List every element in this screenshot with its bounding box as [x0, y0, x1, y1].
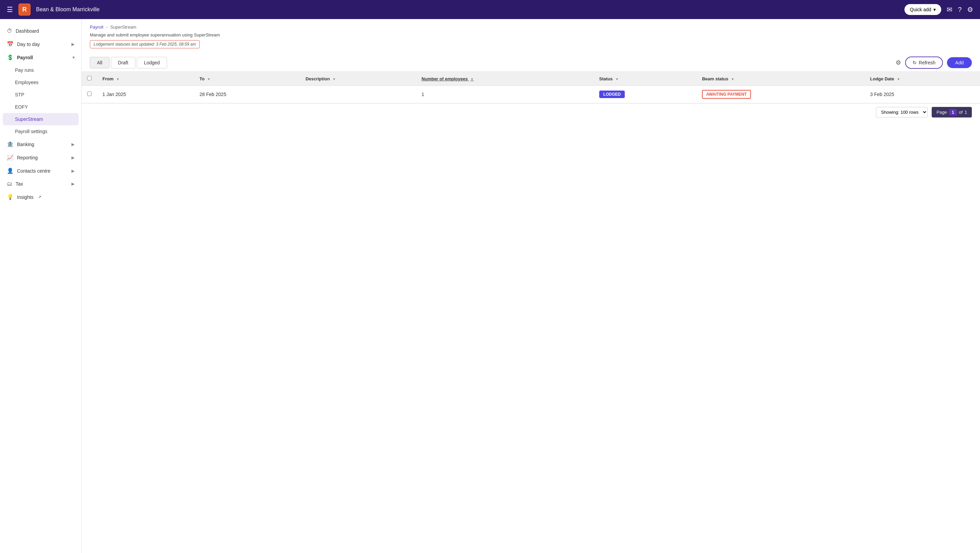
sort-arrow-status: ▼	[615, 77, 619, 81]
sidebar-item-payroll[interactable]: 💲 Payroll ▾	[0, 51, 81, 64]
tab-group: All Draft Lodged	[90, 57, 167, 69]
sidebar-item-dashboard[interactable]: ⏱ Dashboard	[0, 24, 81, 37]
help-icon[interactable]: ?	[958, 6, 962, 14]
sidebar-item-stp[interactable]: STP	[0, 89, 81, 101]
menu-icon[interactable]: ☰	[7, 5, 13, 14]
refresh-icon: ↻	[913, 60, 917, 65]
tax-icon: 🗂	[7, 181, 12, 187]
tab-all[interactable]: All	[90, 57, 110, 69]
external-link-icon: ↗	[38, 195, 41, 199]
refresh-button[interactable]: ↻ Refresh	[905, 57, 943, 69]
calendar-icon: 📅	[7, 41, 14, 47]
table-footer: Showing: 100 rows Page 1 of 1	[82, 103, 980, 121]
chevron-right-icon: ▶	[72, 42, 75, 47]
sidebar-item-contacts-centre[interactable]: 👤 Contacts centre ▶	[0, 164, 81, 177]
select-all-checkbox[interactable]	[87, 76, 92, 80]
breadcrumb-separator: ›	[106, 24, 108, 30]
current-page: 1	[949, 109, 957, 115]
table-row[interactable]: 1 Jan 2025 28 Feb 2025 1 LODGED AWAITING…	[82, 86, 980, 103]
tabs-row: All Draft Lodged ⚙ ↻ Refresh Add	[82, 54, 980, 72]
page-header: Manage and submit employee superannuatio…	[82, 32, 980, 54]
insights-icon: 💡	[7, 194, 14, 200]
sidebar-item-insights[interactable]: 💡 Insights ↗	[0, 190, 81, 204]
sort-arrow-beam: ▼	[731, 77, 734, 81]
sidebar-item-reporting[interactable]: 📈 Reporting ▶	[0, 151, 81, 164]
col-status[interactable]: Status ▼	[594, 72, 697, 86]
column-settings-icon[interactable]: ⚙	[896, 59, 901, 66]
dashboard-icon: ⏱	[7, 28, 12, 34]
chevron-right-icon: ▶	[72, 142, 75, 147]
sidebar-item-banking[interactable]: 🏦 Banking ▶	[0, 137, 81, 151]
breadcrumb-current: SuperStream	[110, 24, 137, 30]
app-logo: R	[18, 3, 30, 16]
tab-lodged[interactable]: Lodged	[137, 57, 167, 69]
chevron-right-icon: ▶	[72, 169, 75, 173]
cell-from: 1 Jan 2025	[97, 86, 194, 103]
add-button[interactable]: Add	[947, 57, 972, 68]
sort-arrow-from: ▼	[116, 77, 119, 81]
col-to[interactable]: To ▼	[194, 72, 300, 86]
select-all-header	[82, 72, 97, 86]
sort-arrow-employees: ▼	[470, 77, 474, 81]
cell-num-employees: 1	[416, 86, 594, 103]
col-from[interactable]: From ▼	[97, 72, 194, 86]
total-pages: 1	[965, 110, 967, 115]
page-description: Manage and submit employee superannuatio…	[90, 32, 972, 37]
sidebar-item-superstream[interactable]: SuperStream	[3, 113, 79, 125]
sort-arrow-to: ▼	[207, 77, 211, 81]
cell-status: LODGED	[594, 86, 697, 103]
settings-icon[interactable]: ⚙	[967, 5, 973, 14]
sort-arrow-lodge-date: ▼	[897, 77, 900, 81]
col-beam-status[interactable]: Beam status ▼	[697, 72, 865, 86]
chevron-right-icon: ▶	[72, 155, 75, 160]
sidebar-item-payroll-settings[interactable]: Payroll settings	[0, 125, 81, 137]
mail-icon[interactable]: ✉	[947, 5, 953, 14]
chevron-right-icon: ▶	[72, 182, 75, 186]
sidebar: ⏱ Dashboard 📅 Day to day ▶ 💲 Payroll ▾ P…	[0, 19, 82, 553]
col-description[interactable]: Description ▼	[300, 72, 416, 86]
tabs-actions: ⚙ ↻ Refresh Add	[896, 57, 972, 69]
banking-icon: 🏦	[7, 141, 14, 147]
chevron-down-icon: ▾	[73, 55, 75, 60]
main-content: Payroll › SuperStream Manage and submit …	[82, 19, 980, 553]
cell-lodge-date: 3 Feb 2025	[865, 86, 980, 103]
dollar-icon: 💲	[7, 54, 14, 61]
breadcrumb-payroll[interactable]: Payroll	[90, 24, 103, 30]
top-navigation: ☰ R Bean & Bloom Marrickville Quick add …	[0, 0, 980, 19]
col-lodge-date[interactable]: Lodge Date ▼	[865, 72, 980, 86]
cell-to: 28 Feb 2025	[194, 86, 300, 103]
sidebar-item-pay-runs[interactable]: Pay runs	[0, 64, 81, 76]
contacts-icon: 👤	[7, 167, 14, 174]
cell-beam-status: AWAITING PAYMENT	[697, 86, 865, 103]
breadcrumb: Payroll › SuperStream	[82, 19, 980, 32]
sidebar-item-tax[interactable]: 🗂 Tax ▶	[0, 177, 81, 190]
sidebar-item-eofy[interactable]: EOFY	[0, 101, 81, 113]
row-checkbox-cell	[82, 86, 97, 103]
quick-add-button[interactable]: Quick add ▾	[904, 4, 941, 15]
sidebar-item-employees[interactable]: Employees	[0, 76, 81, 89]
tab-draft[interactable]: Draft	[111, 57, 135, 69]
rows-per-page-select[interactable]: Showing: 100 rows	[876, 107, 928, 118]
sort-arrow-description: ▼	[332, 77, 336, 81]
reporting-icon: 📈	[7, 154, 14, 161]
cell-description	[300, 86, 416, 103]
of-label: of	[959, 110, 963, 115]
row-checkbox[interactable]	[87, 92, 92, 96]
sidebar-item-day-to-day[interactable]: 📅 Day to day ▶	[0, 37, 81, 51]
status-badge-lodged: LODGED	[599, 91, 625, 98]
table-header-row: From ▼ To ▼ Description ▼ Number of em	[82, 72, 980, 86]
page-label: Page	[937, 110, 947, 115]
company-name: Bean & Bloom Marrickville	[36, 6, 100, 13]
pagination: Page 1 of 1	[932, 107, 972, 118]
col-num-employees[interactable]: Number of employees ▼	[416, 72, 594, 86]
superstream-table: From ▼ To ▼ Description ▼ Number of em	[82, 72, 980, 103]
lodgement-status-badge: Lodgement statuses last updated: 3 Feb 2…	[90, 40, 200, 48]
status-badge-awaiting: AWAITING PAYMENT	[702, 90, 751, 99]
